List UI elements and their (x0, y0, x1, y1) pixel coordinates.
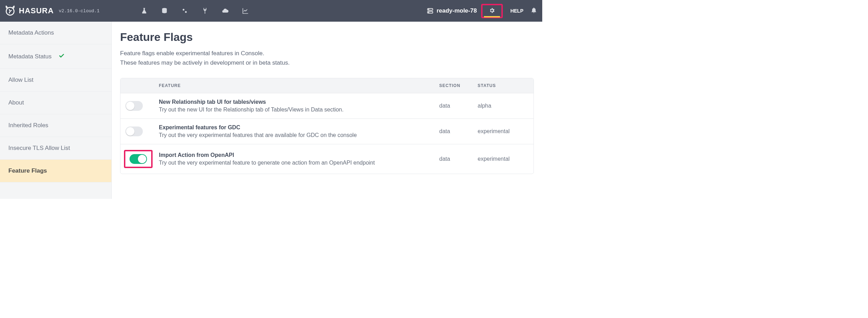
project-selector[interactable]: ready-mole-78 (427, 7, 477, 14)
sidebar-item-label: Inherited Roles (8, 122, 48, 129)
status-cell: alpha (478, 103, 534, 109)
feature-title: New Relationship tab UI for tables/views (159, 99, 439, 105)
page-desc-line1: Feature flags enable experimental featur… (120, 50, 264, 57)
feature-toggle[interactable] (130, 154, 147, 164)
th-status: STATUS (478, 83, 534, 88)
plug-icon[interactable] (201, 7, 208, 14)
nav-tab-icons (141, 7, 249, 14)
feature-title: Experimental features for GDC (159, 124, 439, 131)
feature-cell: Experimental features for GDCTry out the… (159, 124, 439, 138)
sidebar-item-label: Metadata Actions (8, 29, 54, 36)
feature-cell: New Relationship tab UI for tables/views… (159, 99, 439, 113)
table-row: Import Action from OpenAPITry out the ve… (120, 144, 534, 174)
table-row: Experimental features for GDCTry out the… (120, 118, 534, 144)
main-layout: Metadata Actions Metadata Status Allow L… (0, 22, 542, 199)
status-cell: experimental (478, 156, 534, 162)
feature-title: Import Action from OpenAPI (159, 152, 439, 158)
cloud-icon[interactable] (222, 7, 229, 14)
svg-point-3 (185, 11, 187, 13)
toggle-knob (126, 127, 134, 136)
toggle-knob (138, 155, 146, 163)
version-label: v2.16.0-cloud.1 (59, 8, 100, 14)
sidebar-item-about[interactable]: About (0, 92, 111, 114)
feature-description: Try out the very experimental features t… (159, 132, 439, 138)
feature-description: Try out the new UI for the Relationship … (159, 107, 439, 113)
nav-right: ready-mole-78 HELP (427, 4, 537, 18)
project-name: ready-mole-78 (436, 7, 477, 14)
page-description: Feature flags enable experimental featur… (120, 49, 534, 67)
sidebar-item-metadata-actions[interactable]: Metadata Actions (0, 22, 111, 44)
settings-button-highlight (481, 4, 503, 18)
content-area: Feature Flags Feature flags enable exper… (112, 22, 542, 199)
sidebar-item-insecure-tls[interactable]: Insecure TLS Allow List (0, 137, 111, 160)
bell-icon[interactable] (530, 7, 537, 15)
brand-name: HASURA (19, 6, 54, 15)
sidebar-item-label: Feature Flags (8, 167, 47, 174)
sidebar-item-label: Insecure TLS Allow List (8, 145, 70, 152)
gear-icon[interactable] (489, 7, 495, 14)
sidebar-item-inherited-roles[interactable]: Inherited Roles (0, 114, 111, 137)
settings-sidebar: Metadata Actions Metadata Status Allow L… (0, 22, 112, 199)
status-cell: experimental (478, 128, 534, 135)
th-feature: FEATURE (159, 83, 439, 88)
th-section: SECTION (439, 83, 478, 88)
svg-point-6 (429, 9, 429, 9)
toggle-cell (120, 101, 159, 111)
help-link[interactable]: HELP (510, 8, 523, 14)
chart-icon[interactable] (242, 7, 249, 14)
feature-description: Try out the very experimental feature to… (159, 160, 439, 166)
sidebar-item-label: Allow List (8, 77, 34, 84)
toggle-cell (120, 127, 159, 136)
section-cell: data (439, 128, 478, 135)
sidebar-item-label: About (8, 99, 24, 106)
page-title: Feature Flags (120, 31, 534, 44)
feature-toggle[interactable] (125, 101, 143, 111)
section-cell: data (439, 103, 478, 109)
toggle-cell (120, 150, 159, 168)
feature-toggle[interactable] (125, 127, 143, 136)
check-icon (58, 52, 65, 61)
table-header-row: FEATURE SECTION STATUS (120, 78, 534, 93)
database-icon[interactable] (161, 7, 168, 14)
table-row: New Relationship tab UI for tables/views… (120, 93, 534, 118)
feature-cell: Import Action from OpenAPITry out the ve… (159, 152, 439, 166)
sidebar-item-metadata-status[interactable]: Metadata Status (0, 44, 111, 69)
hasura-logo-icon (5, 6, 15, 16)
sidebar-item-allow-list[interactable]: Allow List (0, 69, 111, 92)
sidebar-item-label: Metadata Status (8, 53, 52, 60)
toggle-knob (126, 102, 134, 110)
server-icon (427, 7, 434, 14)
top-nav: HASURA v2.16.0-cloud.1 ready-mole-78 (0, 0, 542, 22)
gears-icon[interactable] (181, 7, 188, 14)
feature-flags-table: FEATURE SECTION STATUS New Relationship … (120, 78, 534, 174)
sidebar-item-feature-flags[interactable]: Feature Flags (0, 160, 111, 182)
brand[interactable]: HASURA v2.16.0-cloud.1 (5, 6, 100, 16)
page-desc-line2: These features may be actively in develo… (120, 59, 290, 66)
flask-icon[interactable] (141, 7, 148, 14)
section-cell: data (439, 156, 478, 162)
svg-point-2 (183, 9, 184, 10)
toggle-highlight (124, 150, 153, 168)
svg-point-7 (429, 12, 429, 13)
